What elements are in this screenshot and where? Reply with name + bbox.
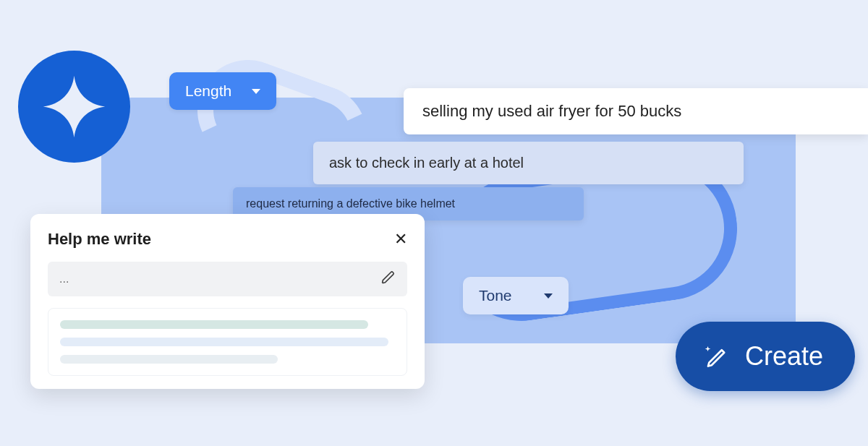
skeleton-line [60,338,388,346]
skeleton-line [60,355,278,364]
magic-pencil-icon [700,341,731,372]
close-button[interactable]: ✕ [394,230,407,249]
help-me-write-panel: Help me write ✕ ... [30,214,425,389]
length-dropdown[interactable]: Length [169,72,276,110]
chevron-down-icon [544,293,553,299]
pencil-icon [381,270,396,288]
tone-label: Tone [479,287,512,304]
prompt-input[interactable]: selling my used air fryer for 50 bucks [404,88,868,134]
prompt-text: selling my used air fryer for 50 bucks [422,102,681,121]
suggestion-text: ask to check in early at a hotel [329,155,524,171]
sparkle-icon [40,72,109,141]
prompt-field-value: ... [59,273,69,286]
suggestion-chip[interactable]: ask to check in early at a hotel [313,142,744,184]
suggestion-text: request returning a defective bike helme… [246,197,455,210]
close-icon: ✕ [394,230,407,248]
prompt-field[interactable]: ... [48,262,407,296]
panel-title: Help me write [48,230,151,249]
tone-dropdown[interactable]: Tone [463,277,569,314]
panel-header: Help me write ✕ [48,230,407,249]
length-label: Length [185,82,231,100]
create-button[interactable]: Create [676,322,855,391]
sparkle-badge [18,51,130,163]
chevron-down-icon [252,89,260,94]
skeleton-line [60,320,368,329]
result-placeholder [48,308,407,376]
create-label: Create [745,341,823,372]
